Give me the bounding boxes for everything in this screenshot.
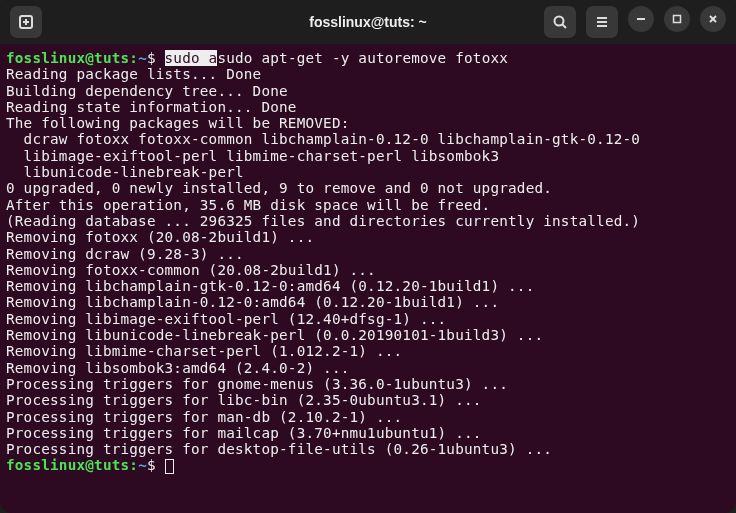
prompt-dollar: $ [147, 50, 156, 66]
svg-rect-9 [674, 16, 681, 23]
cmd-rest: sudo apt-get -y autoremove fotoxx [217, 50, 508, 66]
prompt-userhost-2: fosslinux@tuts [6, 457, 129, 473]
prompt-sep-2: : [129, 457, 138, 473]
terminal-content[interactable]: fosslinux@tuts:~$ sudo asudo apt-get -y … [0, 44, 736, 513]
search-button[interactable] [544, 6, 576, 38]
plus-tab-icon [18, 14, 34, 30]
terminal-window: fosslinux@tuts: ~ [0, 0, 736, 513]
prompt-userhost: fosslinux@tuts [6, 50, 129, 66]
minimize-icon [636, 14, 646, 24]
hamburger-menu-button[interactable] [586, 6, 618, 38]
close-button[interactable] [700, 6, 726, 32]
cursor [165, 459, 174, 474]
prompt-sep: : [129, 50, 138, 66]
output-block: Reading package lists... Done Building d… [6, 66, 730, 457]
minimize-button[interactable] [628, 6, 654, 32]
search-icon [552, 14, 568, 30]
prompt-path: ~ [138, 50, 147, 66]
cmd-highlighted: sudo a [165, 50, 218, 66]
hamburger-icon [594, 14, 610, 30]
new-tab-button[interactable] [10, 6, 42, 38]
titlebar: fosslinux@tuts: ~ [0, 0, 736, 44]
svg-point-3 [555, 17, 564, 26]
svg-line-4 [563, 25, 567, 29]
prompt-dollar-2: $ [147, 457, 156, 473]
prompt-path-2: ~ [138, 457, 147, 473]
maximize-icon [672, 14, 682, 24]
window-title: fosslinux@tuts: ~ [309, 14, 427, 30]
maximize-button[interactable] [664, 6, 690, 32]
close-icon [708, 14, 718, 24]
